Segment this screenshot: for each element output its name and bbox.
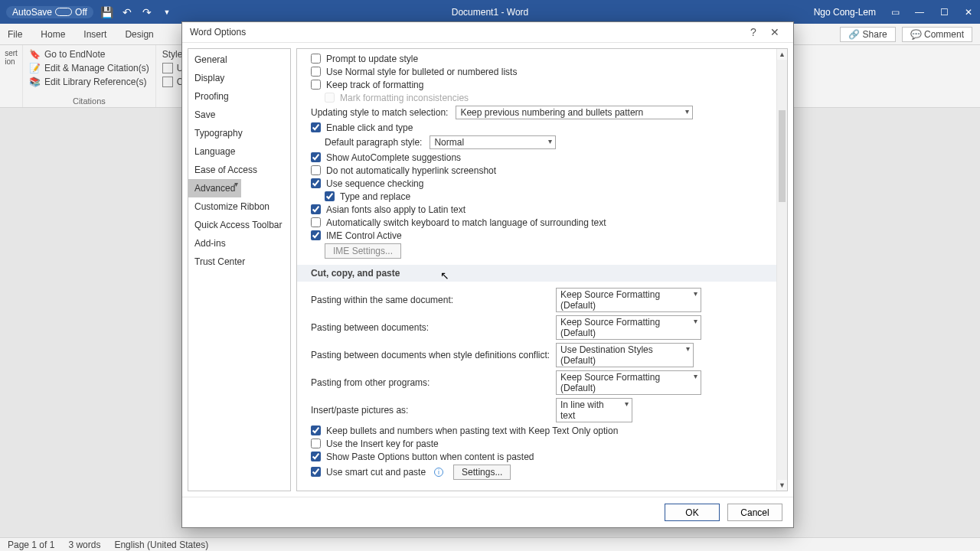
sel-paste-conflict[interactable]: Use Destination Styles (Default)	[556, 343, 694, 367]
chk-keep-bullets[interactable]	[311, 425, 321, 435]
options-pane: Prompt to update style Use Normal style …	[297, 49, 776, 491]
chk-show-paste-options[interactable]	[311, 452, 321, 461]
scroll-down-icon[interactable]: ▼	[777, 480, 787, 491]
category-list: General Display Proofing Save Typography…	[188, 48, 291, 491]
cat-add-ins[interactable]: Add-ins	[188, 234, 290, 253]
sel-paste-between[interactable]: Keep Source Formatting (Default)	[556, 315, 701, 340]
cat-ease-of-access[interactable]: Ease of Access	[188, 161, 290, 179]
edit-library-button[interactable]: 📚Edit Library Reference(s)	[29, 75, 149, 89]
chk-smart-cut-paste[interactable]	[311, 467, 321, 477]
status-words[interactable]: 3 words	[68, 540, 100, 550]
help-icon[interactable]: ?	[743, 26, 764, 38]
endnote-go-button[interactable]: 🔖Go to EndNote	[29, 47, 149, 61]
sel-paste-other[interactable]: Keep Source Formatting (Default)	[556, 370, 701, 395]
status-language[interactable]: English (United States)	[114, 540, 208, 550]
user-name[interactable]: Ngo Cong-Lem	[814, 7, 876, 18]
chk-prompt-update-style[interactable]	[311, 54, 321, 64]
info-icon[interactable]: i	[434, 468, 443, 477]
save-icon[interactable]: 💾	[101, 6, 113, 18]
cat-general[interactable]: General	[188, 51, 290, 69]
scroll-thumb[interactable]	[779, 110, 786, 202]
tab-design[interactable]: Design	[125, 29, 153, 40]
undo-icon[interactable]: ↶	[121, 6, 133, 18]
cat-save[interactable]: Save	[188, 106, 290, 124]
cat-quick-access[interactable]: Quick Access Toolbar	[188, 216, 290, 234]
cancel-button[interactable]: Cancel	[727, 504, 782, 521]
tab-home[interactable]: Home	[41, 29, 65, 40]
close-dialog-icon[interactable]: ✕	[764, 26, 786, 38]
cat-advanced[interactable]: Advanced	[188, 179, 241, 197]
chk-autocomplete[interactable]	[311, 152, 321, 162]
chk-use-normal[interactable]	[311, 67, 321, 77]
ime-settings-button[interactable]: IME Settings...	[325, 243, 401, 259]
chk-asian-fonts[interactable]	[311, 204, 321, 214]
chk-sequence-checking[interactable]	[311, 178, 321, 188]
smart-cut-settings-button[interactable]: Settings...	[453, 465, 511, 480]
ok-button[interactable]: OK	[665, 504, 720, 521]
status-page[interactable]: Page 1 of 1	[8, 540, 54, 550]
cat-trust-center[interactable]: Trust Center	[188, 253, 290, 271]
status-bar: Page 1 of 1 3 words English (United Stat…	[0, 537, 980, 551]
share-button[interactable]: 🔗 Share	[840, 27, 895, 42]
close-app-icon[interactable]: ✕	[963, 7, 974, 18]
chk-ime-active[interactable]	[311, 230, 321, 240]
maximize-icon[interactable]: ☐	[939, 7, 949, 18]
cat-proofing[interactable]: Proofing	[188, 87, 290, 106]
sel-insert-pictures[interactable]: In line with text	[556, 398, 632, 422]
document-title: Document1 - Word	[452, 7, 528, 18]
scroll-up-icon[interactable]: ▲	[777, 49, 787, 60]
chk-no-hyperlink-screenshot[interactable]	[311, 165, 321, 175]
options-scrollbar[interactable]: ▲ ▼	[776, 49, 787, 491]
chk-auto-keyboard[interactable]	[311, 217, 321, 227]
autosave-toggle[interactable]: AutoSave Off	[6, 6, 93, 18]
edit-citations-button[interactable]: 📝Edit & Manage Citation(s)	[29, 61, 149, 75]
cat-language[interactable]: Language	[188, 142, 290, 161]
sel-paste-within[interactable]: Keep Source Formatting (Default)	[556, 288, 701, 312]
chk-enable-click-type[interactable]	[311, 122, 321, 132]
redo-icon[interactable]: ↷	[141, 6, 153, 18]
update-style-icon[interactable]	[162, 63, 173, 73]
citations-group-label: Citations	[29, 96, 149, 107]
chk-insert-key-paste[interactable]	[311, 439, 321, 448]
tab-insert[interactable]: Insert	[83, 29, 106, 40]
app-titlebar: AutoSave Off 💾 ↶ ↷ ▼ Document1 - Word Ng…	[0, 0, 980, 24]
tab-file[interactable]: File	[8, 29, 22, 40]
chk-keep-track[interactable]	[311, 80, 321, 90]
comment-button[interactable]: 💬 Comment	[902, 27, 972, 42]
sel-updating-style[interactable]: Keep previous numbering and bullets patt…	[456, 106, 693, 119]
chk-type-replace[interactable]	[325, 191, 335, 201]
cat-display[interactable]: Display	[188, 69, 290, 87]
cat-typography[interactable]: Typography	[188, 124, 290, 142]
convert-style-icon[interactable]	[162, 77, 173, 87]
dialog-title: Word Options	[190, 27, 246, 37]
section-cut-copy-paste: Cut, copy, and paste	[297, 265, 776, 282]
sel-default-para-style[interactable]: Normal	[430, 135, 556, 149]
minimize-icon[interactable]: —	[914, 7, 925, 18]
word-options-dialog: Word Options ? ✕ General Display Proofin…	[181, 21, 794, 528]
chk-mark-inconsistencies	[325, 93, 335, 103]
qat-dropdown-icon[interactable]: ▼	[161, 6, 173, 18]
cat-customize-ribbon[interactable]: Customize Ribbon	[188, 197, 290, 216]
ribbon-collapse-icon[interactable]: ▭	[890, 7, 900, 18]
